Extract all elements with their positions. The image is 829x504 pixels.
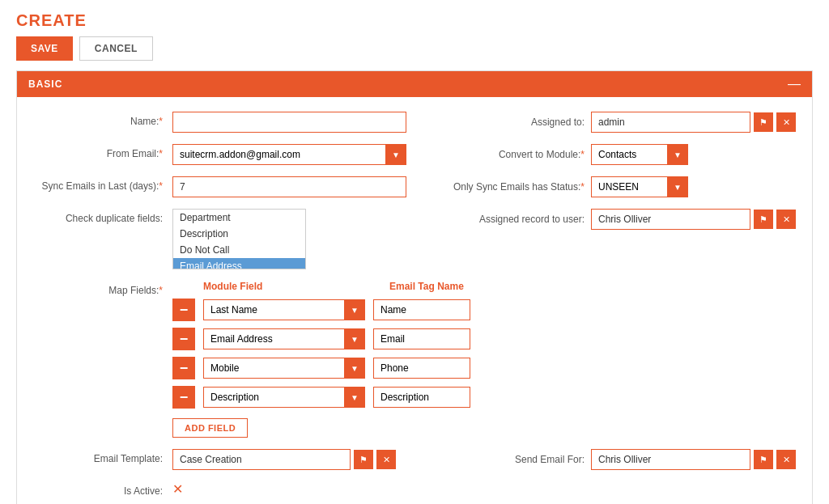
map-row-3: − Mobile ▼ [172, 357, 796, 379]
bottom-form-grid: Email Template: ⚑ ✕ [33, 449, 796, 504]
sync-days-input[interactable] [172, 176, 406, 197]
form-grid: Name:* From Email:* suitecrm.addon@gm [33, 112, 796, 281]
section-title: BASIC [28, 78, 62, 90]
send-email-for-label: Send Email For: [423, 454, 585, 465]
map-module-select-3[interactable]: Mobile [203, 358, 365, 379]
email-tag-input-4[interactable] [373, 387, 470, 408]
minus-icon-3: − [180, 360, 189, 377]
minus-icon-2: − [180, 331, 189, 348]
flag-icon-4: ⚑ [759, 455, 767, 465]
duplicate-fields-dropdown[interactable]: Department Description Do Not Call Email… [172, 209, 306, 269]
map-fields-row: Map Fields:* Module Field Email Tag Name… [33, 281, 796, 438]
assigned-to-clear-button[interactable]: ✕ [776, 112, 796, 132]
dropdown-item-do-not-call[interactable]: Do Not Call [173, 242, 305, 258]
remove-row-4-button[interactable]: − [172, 386, 195, 409]
module-field-header: Module Field [203, 281, 365, 292]
map-module-select-4-wrapper: Description ▼ [203, 387, 365, 408]
email-template-input-group: ⚑ ✕ [172, 449, 406, 470]
from-email-select[interactable]: suitecrm.addon@gmail.com [172, 144, 406, 165]
check-dup-row: Check duplicate fields: Department Descr… [33, 209, 406, 269]
map-fields-label: Map Fields:* [33, 281, 163, 296]
flag-icon-3: ⚑ [359, 455, 368, 465]
map-module-select-1[interactable]: Last Name [203, 299, 365, 320]
email-tag-input-1[interactable] [373, 299, 470, 320]
x-icon-3: ✕ [383, 455, 390, 465]
is-active-row: Is Active: ✕ [33, 481, 406, 497]
sync-days-row: Sync Emails in Last (days):* [33, 176, 406, 197]
section-body: Name:* From Email:* suitecrm.addon@gm [17, 97, 812, 504]
convert-module-select-wrapper: Contacts ▼ [591, 144, 688, 165]
is-active-checkbox[interactable]: ✕ [172, 482, 183, 496]
send-email-for-input[interactable] [591, 449, 750, 470]
map-row-4: − Description ▼ [172, 386, 796, 409]
email-template-select-button[interactable]: ⚑ [354, 450, 373, 469]
left-column: Name:* From Email:* suitecrm.addon@gm [33, 112, 406, 281]
dropdown-item-description[interactable]: Description [173, 226, 305, 242]
email-tag-input-3[interactable] [373, 358, 470, 379]
map-module-select-3-wrapper: Mobile ▼ [203, 358, 365, 379]
map-module-select-4[interactable]: Description [203, 387, 365, 408]
from-email-label: From Email:* [33, 144, 163, 159]
email-template-clear-button[interactable]: ✕ [376, 450, 396, 469]
convert-module-field: Contacts ▼ [591, 144, 796, 165]
send-email-for-select-button[interactable]: ⚑ [754, 450, 773, 469]
assigned-record-input[interactable] [591, 209, 750, 230]
from-email-field: suitecrm.addon@gmail.com ▼ [172, 144, 406, 165]
from-email-select-wrapper: suitecrm.addon@gmail.com ▼ [172, 144, 406, 165]
assigned-record-clear-button[interactable]: ✕ [776, 210, 796, 229]
x-icon-4: ✕ [783, 455, 790, 465]
bottom-right-column: Send Email For: ⚑ ✕ [423, 449, 796, 504]
remove-row-3-button[interactable]: − [172, 357, 195, 379]
cancel-button-top[interactable]: CANCEL [79, 36, 153, 61]
map-module-select-2[interactable]: Email Address [203, 328, 365, 349]
sync-days-label: Sync Emails in Last (days):* [33, 176, 163, 192]
convert-module-select[interactable]: Contacts [591, 144, 688, 165]
sync-days-field [172, 176, 406, 197]
map-fields-headers: Module Field Email Tag Name [172, 281, 796, 292]
minus-icon-1: − [180, 302, 189, 319]
map-module-select-1-wrapper: Last Name ▼ [203, 299, 365, 320]
name-input[interactable] [172, 112, 406, 133]
add-field-button[interactable]: ADD FIELD [172, 418, 248, 438]
email-template-label: Email Template: [33, 449, 163, 464]
section-header: BASIC — [17, 71, 812, 97]
send-email-for-clear-button[interactable]: ✕ [776, 450, 796, 469]
dropdown-item-email-address[interactable]: Email Address [173, 258, 305, 269]
email-tag-input-2[interactable] [373, 328, 470, 349]
map-module-select-2-wrapper: Email Address ▼ [203, 328, 365, 349]
is-active-label: Is Active: [33, 481, 163, 497]
assigned-to-input[interactable] [591, 112, 750, 133]
email-template-input[interactable] [172, 449, 351, 470]
assigned-to-label: Assigned to: [423, 116, 585, 128]
assigned-record-select-button[interactable]: ⚑ [754, 210, 773, 229]
send-email-for-field: ⚑ ✕ [591, 449, 796, 470]
remove-row-1-button[interactable]: − [172, 299, 195, 321]
x-icon-2: ✕ [783, 214, 790, 225]
map-row-2: − Email Address ▼ [172, 328, 796, 350]
email-template-row: Email Template: ⚑ ✕ [33, 449, 406, 470]
assigned-to-select-button[interactable]: ⚑ [754, 112, 773, 132]
sync-status-row: Only Sync Emails has Status:* UNSEEN ▼ [423, 176, 796, 197]
collapse-button[interactable]: — [788, 78, 801, 91]
assigned-to-field: ⚑ ✕ [591, 112, 796, 133]
save-button-top[interactable]: SAVE [16, 36, 73, 61]
convert-module-row: Convert to Module:* Contacts ▼ [423, 144, 796, 165]
flag-icon-2: ⚑ [759, 214, 767, 225]
convert-module-label: Convert to Module:* [423, 149, 585, 160]
sync-status-field: UNSEEN ▼ [591, 176, 796, 197]
remove-row-2-button[interactable]: − [172, 328, 195, 350]
from-email-row: From Email:* suitecrm.addon@gmail.com ▼ [33, 144, 406, 165]
map-row-1: − Last Name ▼ [172, 299, 796, 321]
flag-icon: ⚑ [759, 117, 767, 128]
send-email-for-row: Send Email For: ⚑ ✕ [423, 449, 796, 470]
name-field [172, 112, 406, 133]
name-row: Name:* [33, 112, 406, 133]
dropdown-item-department[interactable]: Department [173, 210, 305, 226]
basic-section: BASIC — Name:* From Email:* [16, 70, 813, 504]
top-button-bar: SAVE CANCEL [0, 36, 829, 70]
right-column: Assigned to: ⚑ ✕ Convert to Module [423, 112, 796, 281]
sync-status-select[interactable]: UNSEEN [591, 176, 688, 197]
email-tag-header: Email Tag Name [389, 281, 464, 292]
email-template-field: ⚑ ✕ [172, 449, 406, 470]
is-active-field: ✕ [172, 481, 406, 497]
